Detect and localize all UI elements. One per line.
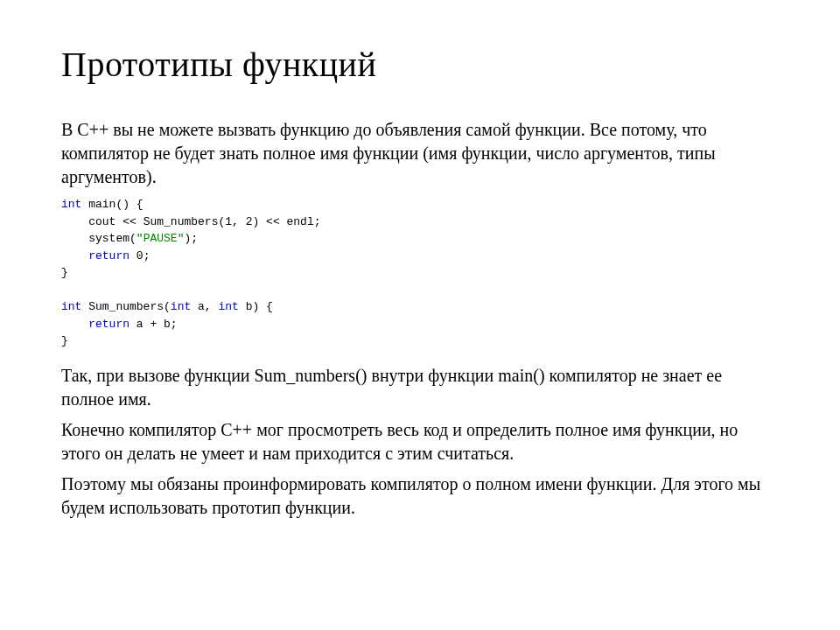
code-text: , [232, 215, 246, 228]
code-keyword: int [171, 300, 191, 313]
code-keyword: int [61, 300, 81, 313]
code-text: ) << endl; [252, 215, 320, 228]
code-indent [61, 249, 88, 262]
code-keyword: int [218, 300, 238, 313]
code-text: main() { [81, 198, 143, 211]
code-text: cout << Sum_numbers( [88, 215, 225, 228]
paragraph-intro: В C++ вы не можете вызвать функцию до об… [61, 118, 779, 189]
code-text: a + b; [130, 318, 178, 331]
paragraph-2: Так, при вызове функции Sum_numbers() вн… [61, 364, 779, 411]
code-keyword: return [88, 249, 130, 262]
code-text: b) { [239, 300, 273, 313]
code-string: "PAUSE" [136, 232, 185, 245]
code-text: ); [184, 232, 198, 245]
code-text: system( [88, 232, 136, 245]
code-text: Sum_numbers( [81, 300, 170, 313]
code-keyword: int [61, 198, 81, 211]
code-indent [61, 318, 88, 331]
code-example: int main() { cout << Sum_numbers(1, 2) <… [61, 196, 779, 350]
code-indent [61, 232, 88, 245]
code-text: } [61, 266, 68, 279]
code-text: ; [144, 249, 150, 262]
code-text: } [61, 334, 68, 347]
code-indent [61, 215, 88, 228]
code-text [130, 249, 136, 262]
code-keyword: return [88, 318, 130, 331]
code-number: 0 [136, 249, 144, 262]
paragraph-3: Конечно компилятор C++ мог просмотреть в… [61, 418, 779, 466]
code-text: a, [191, 300, 218, 313]
code-number: 1 [225, 215, 232, 228]
page-title: Прототипы функций [61, 44, 779, 85]
paragraph-4: Поэтому мы обязаны проинформировать комп… [61, 472, 779, 520]
